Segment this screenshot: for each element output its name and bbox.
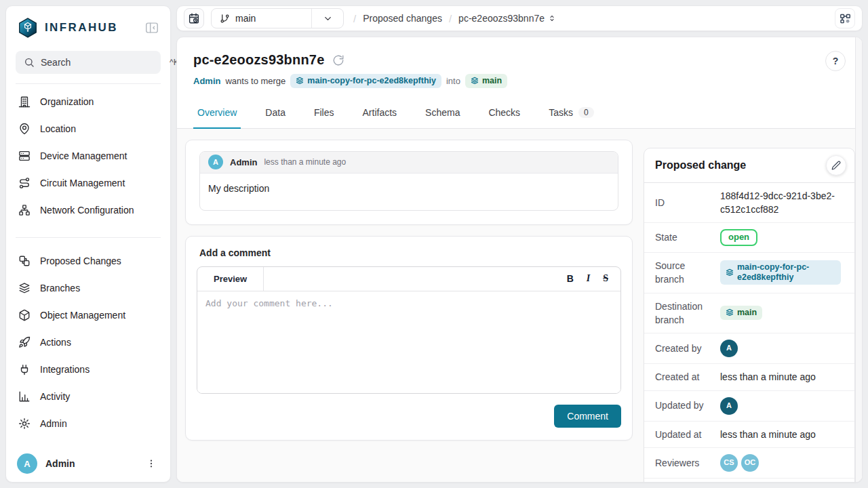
- sidebar-item-branches[interactable]: Branches: [6, 274, 170, 302]
- avatar: A: [208, 155, 223, 169]
- search-input-wrapper[interactable]: ^K: [16, 51, 161, 74]
- branch-selector[interactable]: main: [211, 8, 344, 28]
- avatar[interactable]: A: [720, 340, 738, 357]
- collapse-sidebar-button[interactable]: [143, 19, 161, 37]
- avatar[interactable]: A: [720, 397, 738, 415]
- sidebar-item-integrations[interactable]: Integrations: [6, 356, 170, 383]
- sidebar-item-label: Device Management: [40, 150, 127, 161]
- sidebar-user[interactable]: A Admin: [6, 453, 170, 474]
- route-icon: [18, 177, 31, 189]
- panel-collapse-icon: [144, 20, 159, 35]
- sidebar-item-label: Network Configuration: [40, 205, 134, 216]
- sidebar-nav-primary: Organization Location Device Management: [6, 88, 170, 224]
- detail-label: Source branch: [655, 259, 711, 287]
- tab-checks[interactable]: Checks: [484, 98, 524, 129]
- detail-row-updated-by: Updated by A: [644, 391, 854, 422]
- tab-overview[interactable]: Overview: [193, 98, 241, 129]
- tab-schema[interactable]: Schema: [421, 98, 464, 129]
- server-icon: [18, 150, 31, 162]
- chevron-up-down-icon: [547, 14, 557, 23]
- avatar[interactable]: CS: [720, 454, 738, 472]
- sidebar-item-device-management[interactable]: Device Management: [6, 142, 170, 169]
- detail-label: Created by: [655, 342, 711, 355]
- sidebar-item-organization[interactable]: Organization: [6, 88, 170, 115]
- network-icon: [18, 204, 31, 216]
- comment-submit-button[interactable]: Comment: [554, 405, 621, 428]
- detail-label: Destination branch: [655, 300, 711, 327]
- tab-label: Overview: [197, 107, 237, 118]
- merge-preposition: into: [446, 76, 460, 86]
- sidebar-item-proposed-changes[interactable]: Proposed Changes: [6, 247, 170, 274]
- source-branch-badge[interactable]: main-copy-for-pc-e2ed8kepfthiy: [720, 260, 841, 285]
- sidebar-item-actions[interactable]: Actions: [6, 329, 170, 356]
- sidebar-item-label: Integrations: [40, 364, 90, 375]
- comment-textarea[interactable]: [197, 291, 620, 393]
- sidebar-item-label: Organization: [40, 96, 94, 107]
- pencil-icon: [831, 161, 841, 170]
- tasks-count-badge: 0: [578, 107, 594, 118]
- sidebar-item-network-configuration[interactable]: Network Configuration: [6, 197, 170, 224]
- search-icon: [24, 57, 35, 68]
- sidebar-item-circuit-management[interactable]: Circuit Management: [6, 169, 170, 197]
- comment-author: Admin: [230, 157, 257, 167]
- destination-branch-name: main: [737, 308, 757, 319]
- sidebar-item-location[interactable]: Location: [6, 115, 170, 142]
- diff-squares-icon: [18, 255, 31, 267]
- sidebar-item-activity[interactable]: Activity: [6, 383, 170, 410]
- panel-title: Proposed change: [655, 159, 746, 171]
- detail-value-updated-at: less than a minute ago: [720, 428, 844, 441]
- git-branch-icon: [220, 14, 230, 24]
- refresh-button[interactable]: [331, 53, 346, 68]
- tab-files[interactable]: Files: [310, 98, 338, 129]
- italic-button[interactable]: I: [587, 273, 590, 284]
- sidebar-item-label: Branches: [40, 283, 80, 293]
- detail-label: Updated at: [655, 428, 711, 441]
- gear-icon: [18, 418, 31, 430]
- sidebar-item-admin[interactable]: Admin: [6, 410, 170, 437]
- date-picker-button[interactable]: [184, 8, 204, 28]
- breadcrumb-separator: /: [449, 13, 452, 24]
- detail-row-destination-branch: Destination branch main: [644, 293, 854, 334]
- detail-row-updated-at: Updated at less than a minute ago: [644, 422, 854, 448]
- target-branch-name: main: [482, 76, 502, 87]
- merge-summary: Admin wants to merge main-copy-for-pc-e2…: [193, 74, 846, 88]
- chevron-down-icon: [312, 9, 343, 28]
- branch-selector-value: main: [235, 13, 256, 24]
- edit-button[interactable]: [826, 155, 846, 176]
- page-header: pc-e2eoozs93bnn7e ? Admin wants to merge: [177, 37, 862, 88]
- tab-content: A Admin less than a minute ago My descri…: [177, 129, 862, 482]
- scrollbar[interactable]: [855, 37, 862, 482]
- kebab-icon: [146, 458, 157, 469]
- tab-preview[interactable]: Preview: [197, 267, 264, 291]
- status-badge-open: open: [720, 229, 757, 246]
- detail-label: State: [655, 230, 711, 244]
- rocket-icon: [18, 336, 31, 348]
- sidebar-divider: [16, 237, 161, 238]
- merge-author-link[interactable]: Admin: [193, 76, 220, 86]
- breadcrumb-current-selector[interactable]: pc-e2eoozs93bnn7e: [458, 13, 557, 24]
- help-button[interactable]: ?: [825, 51, 846, 71]
- building-icon: [18, 96, 31, 108]
- destination-branch-badge[interactable]: main: [720, 306, 762, 320]
- proposed-change-panel: Proposed change ID 188f4d12-9dcc-921d-3b…: [644, 148, 855, 482]
- bold-button[interactable]: B: [567, 273, 574, 284]
- user-menu-button[interactable]: [143, 455, 159, 472]
- tab-label: Data: [265, 107, 285, 118]
- breadcrumb-proposed-changes[interactable]: Proposed changes: [363, 13, 442, 24]
- source-branch-badge[interactable]: main-copy-for-pc-e2ed8kepfthiy: [290, 74, 441, 88]
- breadcrumb: / Proposed changes / pc-e2eoozs93bnn7e: [353, 13, 557, 24]
- search-input[interactable]: [41, 57, 163, 68]
- workflow-button[interactable]: [835, 8, 855, 28]
- source-branch-name: main-copy-for-pc-e2ed8kepfthiy: [737, 262, 835, 283]
- tab-bar: Overview Data Files Artifacts Schema Che…: [177, 98, 862, 129]
- target-branch-badge[interactable]: main: [465, 74, 507, 88]
- comment: A Admin less than a minute ago My descri…: [199, 151, 618, 211]
- tab-tasks[interactable]: Tasks 0: [545, 98, 597, 129]
- tab-data[interactable]: Data: [261, 98, 290, 129]
- page-title: pc-e2eoozs93bnn7e: [193, 52, 324, 68]
- strikethrough-button[interactable]: S: [603, 273, 608, 284]
- cube-icon: [18, 309, 31, 321]
- sidebar-item-object-management[interactable]: Object Management: [6, 302, 170, 329]
- tab-artifacts[interactable]: Artifacts: [359, 98, 401, 129]
- avatar[interactable]: OC: [741, 454, 759, 472]
